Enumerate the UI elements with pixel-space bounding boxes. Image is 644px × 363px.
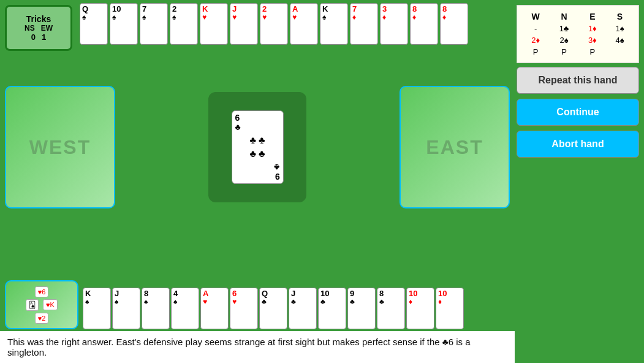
card-10-diamond-s: 10♦ <box>406 288 434 329</box>
player-avatar: ♥6 🂡 ♥K ♥2 <box>5 280 78 329</box>
card-2-spade: 2♠ <box>170 3 198 45</box>
card-9-club-s: 9♣ <box>347 288 376 329</box>
ew-label: EW <box>41 24 53 32</box>
status-bar: This was the right answer. East's defens… <box>0 331 515 363</box>
card-3-diamond: 3♦ <box>380 3 408 45</box>
card-10-diamond-s2: 10♦ <box>436 288 464 329</box>
bid-r1c1: - <box>522 23 549 34</box>
card-8-club-s: 8♣ <box>377 288 405 329</box>
card-a-heart: A♥ <box>290 3 318 45</box>
bid-r1c3: 1♦ <box>579 23 606 34</box>
bid-r3c3: P <box>579 46 606 58</box>
tricks-title: Tricks <box>26 14 51 24</box>
avatar-card-2: ♥2 <box>35 313 49 324</box>
bid-header-s: S <box>606 10 634 23</box>
card-6-heart-s: 6♥ <box>230 288 258 329</box>
bid-r2c1: 2♦ <box>522 34 549 46</box>
avatar-card-face1: 🂡 <box>26 299 39 311</box>
card-k-spade-s: K♠ <box>83 288 111 329</box>
bid-r3c2: P <box>549 46 578 58</box>
card-4-spade-s: 4♠ <box>171 288 199 329</box>
card-7-diamond: 7♦ <box>350 3 378 45</box>
middle-area: WEST 6 ♣ ♣♣ ♣♣ 9 ♣ EAST <box>0 61 515 233</box>
card-8-diamond: 8♦ <box>410 3 438 45</box>
card-2-heart: 2♥ <box>260 3 288 45</box>
avatar-card-k: ♥K <box>43 299 58 310</box>
card-k-heart: K♥ <box>200 3 228 45</box>
repeat-hand-button[interactable]: Repeat this hand <box>517 67 639 94</box>
tricks-box: Tricks NS EW 0 1 <box>5 5 72 51</box>
center-card: 6 ♣ ♣♣ ♣♣ 9 ♣ <box>232 110 284 184</box>
bid-r3c1: P <box>522 46 549 58</box>
right-panel: W N E S - 1♣ 1♦ 1♠ 2♦ 2♠ 3♦ 4♠ P P P <box>517 5 639 162</box>
card-8-diamond2: 8♦ <box>440 3 468 45</box>
card-10-club-s: 10♣ <box>318 288 346 329</box>
bid-header-w: W <box>522 10 549 23</box>
card-j-club-s: J♣ <box>289 288 317 329</box>
bid-r2c2: 2♠ <box>549 34 578 46</box>
east-box: EAST <box>400 86 510 208</box>
center-area: 6 ♣ ♣♣ ♣♣ 9 ♣ <box>115 92 400 202</box>
card-q-club-s: Q♣ <box>259 288 287 329</box>
west-box: WEST <box>5 86 115 208</box>
abort-hand-button[interactable]: Abort hand <box>517 131 639 158</box>
avatar-cards: ♥6 🂡 ♥K ♥2 <box>26 286 58 324</box>
bid-header-n: N <box>549 10 578 23</box>
card-8-spade-s: 8♠ <box>142 288 170 329</box>
continue-button[interactable]: Continue <box>517 99 639 126</box>
card-q-spade: Q♠ <box>80 3 108 45</box>
card-j-heart: J♥ <box>230 3 258 45</box>
avatar-card-6: ♥6 <box>35 286 49 297</box>
bid-r2c4: 4♠ <box>606 34 634 46</box>
bid-r3c4 <box>606 46 634 58</box>
south-hand: K♠ J♠ 8♠ 4♠ A♥ 6♥ Q♣ J♣ 10♣ 9♣ 8♣ 10♦ 10… <box>83 288 464 329</box>
card-j-spade-s: J♠ <box>112 288 140 329</box>
west-label: WEST <box>29 136 91 159</box>
card-k-spade2: K♠ <box>320 3 348 45</box>
bid-header-e: E <box>579 10 606 23</box>
bid-r1c4: 1♠ <box>606 23 634 34</box>
card-7-spade: 7♠ <box>140 3 168 45</box>
center-card-holder: 6 ♣ ♣♣ ♣♣ 9 ♣ <box>208 92 306 202</box>
east-label: EAST <box>426 136 483 159</box>
ew-value: 1 <box>42 32 46 42</box>
ns-label: NS <box>25 24 35 32</box>
card-a-heart-s: A♥ <box>200 288 229 329</box>
bid-r1c2: 1♣ <box>549 23 578 34</box>
north-hand: Q♠ 10♠ 7♠ 2♠ K♥ J♥ 2♥ A♥ K♠ 7♦ 3♦ 8♦ 8♦ <box>80 3 468 45</box>
ns-value: 0 <box>31 32 36 42</box>
status-message: This was the right answer. East's defens… <box>7 337 507 357</box>
bid-table: W N E S - 1♣ 1♦ 1♠ 2♦ 2♠ 3♦ 4♠ P P P <box>517 5 639 63</box>
bid-r2c3: 3♦ <box>579 34 606 46</box>
card-10-spade: 10♠ <box>110 3 138 45</box>
